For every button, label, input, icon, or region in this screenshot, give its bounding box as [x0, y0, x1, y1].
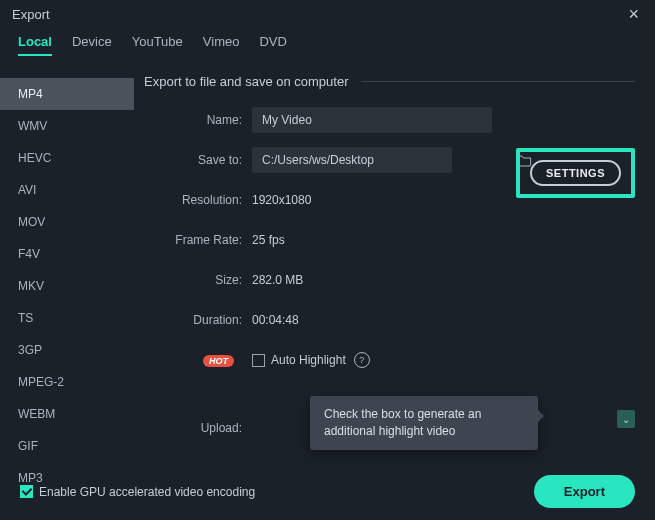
size-label: Size: — [144, 273, 252, 287]
format-f4v[interactable]: F4V — [0, 238, 134, 270]
tab-dvd[interactable]: DVD — [259, 34, 286, 56]
resolution-label: Resolution: — [144, 193, 252, 207]
tooltip-text: Check the box to generate an additional … — [324, 407, 481, 438]
format-mov[interactable]: MOV — [0, 206, 134, 238]
format-gif[interactable]: GIF — [0, 430, 134, 462]
tab-youtube[interactable]: YouTube — [132, 34, 183, 56]
format-wmv[interactable]: WMV — [0, 110, 134, 142]
tab-local[interactable]: Local — [18, 34, 52, 56]
name-label: Name: — [144, 113, 252, 127]
footer: Enable GPU accelerated video encoding Ex… — [0, 463, 655, 520]
hot-badge: HOT — [203, 355, 234, 367]
upload-label: Upload: — [144, 421, 252, 435]
auto-highlight-label: Auto Highlight — [271, 353, 346, 367]
framerate-label: Frame Rate: — [144, 233, 252, 247]
duration-label: Duration: — [144, 313, 252, 327]
gpu-checkbox[interactable] — [20, 485, 33, 498]
duration-value: 00:04:48 — [252, 313, 299, 327]
saveto-input[interactable] — [252, 147, 452, 173]
tooltip-arrow — [538, 410, 544, 422]
format-ts[interactable]: TS — [0, 302, 134, 334]
section-title: Export to file and save on computer — [144, 74, 349, 89]
settings-button[interactable]: SETTINGS — [530, 160, 621, 186]
format-mp4[interactable]: MP4 — [0, 78, 134, 110]
format-hevc[interactable]: HEVC — [0, 142, 134, 174]
size-value: 282.0 MB — [252, 273, 303, 287]
close-icon[interactable]: × — [624, 4, 643, 25]
divider — [361, 81, 635, 82]
name-input[interactable] — [252, 107, 492, 133]
tooltip: Check the box to generate an additional … — [310, 396, 538, 450]
resolution-value: 1920x1080 — [252, 193, 311, 207]
export-tabs: Local Device YouTube Vimeo DVD — [0, 28, 655, 56]
auto-highlight-checkbox[interactable] — [252, 354, 265, 367]
format-mpeg2[interactable]: MPEG-2 — [0, 366, 134, 398]
saveto-label: Save to: — [144, 153, 252, 167]
main-panel: Export to file and save on computer Name… — [134, 56, 655, 463]
format-avi[interactable]: AVI — [0, 174, 134, 206]
gpu-label: Enable GPU accelerated video encoding — [39, 485, 255, 499]
hot-badge-wrap: HOT — [144, 353, 252, 367]
framerate-value: 25 fps — [252, 233, 285, 247]
format-3gp[interactable]: 3GP — [0, 334, 134, 366]
tab-vimeo[interactable]: Vimeo — [203, 34, 240, 56]
chevron-down-icon[interactable]: ⌄ — [617, 410, 635, 428]
format-sidebar: MP4 WMV HEVC AVI MOV F4V MKV TS 3GP MPEG… — [0, 56, 134, 463]
settings-highlight: SETTINGS — [516, 148, 635, 198]
window-title: Export — [12, 7, 624, 22]
format-webm[interactable]: WEBM — [0, 398, 134, 430]
export-button[interactable]: Export — [534, 475, 635, 508]
titlebar: Export × — [0, 0, 655, 28]
tab-device[interactable]: Device — [72, 34, 112, 56]
format-mkv[interactable]: MKV — [0, 270, 134, 302]
help-icon[interactable]: ? — [354, 352, 370, 368]
